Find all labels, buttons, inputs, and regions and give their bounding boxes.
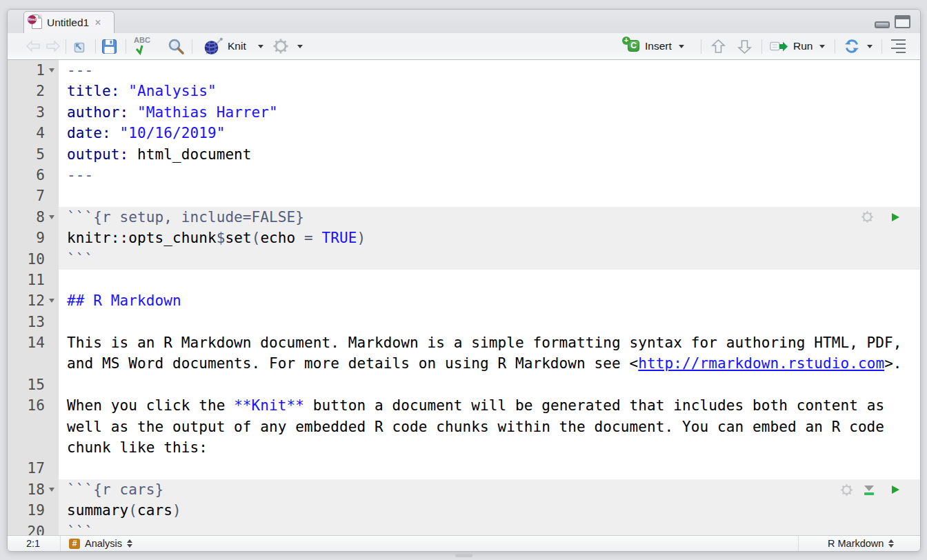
section-name: Analysis: [85, 538, 122, 549]
code-line-wrap[interactable]: chunk like this:: [8, 437, 920, 458]
sync-source-icon: [843, 38, 861, 54]
find-replace-button[interactable]: [168, 33, 185, 59]
code-text: cars: [137, 502, 172, 519]
code-text: summary: [67, 502, 128, 519]
line-number: 2: [8, 81, 59, 101]
code-line-9[interactable]: 9knitr::opts_chunk$set(echo = TRUE): [8, 228, 920, 248]
chunk-actions: [840, 479, 899, 500]
fold-toggle-icon[interactable]: [49, 299, 54, 303]
search-icon: [168, 38, 185, 55]
run-icon: [770, 40, 788, 53]
down-arrow-icon: [737, 38, 752, 55]
minimize-pane-icon[interactable]: [875, 21, 890, 28]
run-label: Run: [793, 40, 813, 52]
knit-button[interactable]: Knit: [203, 33, 263, 59]
code-text: ): [357, 230, 366, 246]
run-chunk-icon[interactable]: [892, 486, 899, 494]
code-line-14[interactable]: 14This is an R Markdown document. Markdo…: [8, 332, 920, 353]
insert-button[interactable]: C + Insert: [623, 33, 684, 59]
code-text: ```{r cars}: [67, 481, 163, 498]
code-text: ## R Markdown: [67, 292, 181, 309]
line-number: 20: [8, 521, 59, 535]
source-button[interactable]: [843, 33, 873, 59]
source-dropdown-caret: [867, 45, 873, 48]
code-line-3[interactable]: 3author: "Mathias Harrer": [8, 102, 920, 123]
pane-resize-handle[interactable]: [455, 554, 472, 557]
spellcheck-button[interactable]: ABC: [133, 33, 154, 59]
line-number: 6: [8, 165, 59, 186]
line-number: 14: [8, 332, 59, 353]
fold-toggle-icon[interactable]: [49, 68, 54, 72]
section-updown-icon: [127, 539, 132, 548]
line-number: [8, 353, 59, 374]
code-line-11[interactable]: 11: [8, 270, 920, 290]
code-line-20[interactable]: 20```: [8, 521, 920, 535]
code-line-10[interactable]: 10```: [8, 249, 920, 270]
line-number: 3: [8, 102, 59, 123]
document-outline-button[interactable]: [891, 33, 906, 59]
code-line-17[interactable]: 17: [8, 458, 920, 479]
line-number: 7: [8, 186, 59, 206]
rstudio-source-window: Rmd Untitled1 × ABC Knit: [7, 9, 921, 552]
fold-toggle-icon[interactable]: [49, 215, 54, 219]
code-line-16[interactable]: 16When you click the **Knit** button a d…: [8, 395, 920, 416]
maximize-pane-icon[interactable]: [895, 15, 910, 28]
code-text: When you click the: [67, 397, 234, 414]
code-line-18[interactable]: 18```{r cars}: [8, 479, 920, 500]
code-line-5[interactable]: 5output: html_document: [8, 144, 920, 165]
document-options-button[interactable]: [272, 33, 303, 59]
show-in-new-window-button[interactable]: [71, 33, 87, 59]
run-dropdown-caret: [819, 45, 825, 48]
code-line-13[interactable]: 13: [8, 312, 920, 332]
fold-toggle-icon[interactable]: [49, 488, 54, 492]
code-text: TRUE: [322, 230, 357, 246]
code-line-2[interactable]: 2title: "Analysis": [8, 81, 920, 101]
go-to-previous-section-button[interactable]: [710, 33, 726, 59]
save-button[interactable]: [101, 33, 117, 59]
chunk-background: [59, 521, 920, 535]
doc-type-selector[interactable]: R Markdown: [828, 536, 894, 551]
back-button[interactable]: [25, 33, 42, 59]
code-text: This is an R Markdown document. Markdown…: [67, 334, 902, 351]
code-text: $: [217, 230, 226, 246]
forward-button[interactable]: [44, 33, 61, 59]
run-button[interactable]: Run: [770, 33, 825, 59]
line-number: 4: [8, 123, 59, 143]
chunk-options-gear-icon[interactable]: [861, 210, 874, 223]
tab-close-icon[interactable]: ×: [94, 17, 101, 28]
line-number: 15: [8, 374, 59, 395]
line-number: 16: [8, 395, 59, 416]
section-badge-icon: #: [69, 539, 80, 549]
line-number: 5: [8, 144, 59, 165]
url-link[interactable]: http://rmarkdown.rstudio.com: [638, 355, 884, 372]
code-line-1[interactable]: 1---: [8, 60, 920, 81]
run-chunks-above-icon[interactable]: [864, 485, 874, 494]
code-line-12[interactable]: 12## R Markdown: [8, 290, 920, 311]
code-text: [111, 125, 120, 141]
knit-label: Knit: [228, 40, 246, 52]
code-line-15[interactable]: 15: [8, 374, 920, 395]
tab-untitled1[interactable]: Rmd Untitled1 ×: [23, 11, 114, 33]
chunk-options-gear-icon[interactable]: [840, 483, 853, 497]
code-text: >.: [884, 355, 902, 372]
code-text: ```: [67, 251, 93, 268]
code-line-19[interactable]: 19summary(cars): [8, 500, 920, 521]
code-line-4[interactable]: 4date: "10/16/2019": [8, 123, 920, 143]
line-number: [8, 417, 59, 437]
go-to-next-section-button[interactable]: [737, 33, 752, 59]
code-line-wrap[interactable]: well as the output of any embedded R cod…: [8, 417, 920, 437]
code-line-7[interactable]: 7: [8, 186, 920, 206]
code-line-wrap[interactable]: and MS Word documents. For more details …: [8, 353, 920, 374]
run-chunk-icon[interactable]: [892, 213, 899, 221]
section-selector[interactable]: # Analysis: [69, 536, 132, 551]
up-arrow-icon: [710, 38, 726, 55]
tab-title: Untitled1: [47, 17, 89, 29]
code-editor[interactable]: 1---2title: "Analysis"3author: "Mathias …: [8, 60, 920, 535]
line-number: 13: [8, 312, 59, 332]
knit-dropdown-caret: [258, 45, 263, 48]
code-line-8[interactable]: 8```{r setup, include=FALSE}: [8, 207, 920, 228]
insert-label: Insert: [645, 40, 672, 52]
doc-type-label: R Markdown: [828, 538, 884, 549]
code-line-6[interactable]: 6---: [8, 165, 920, 186]
code-text: [128, 104, 137, 121]
